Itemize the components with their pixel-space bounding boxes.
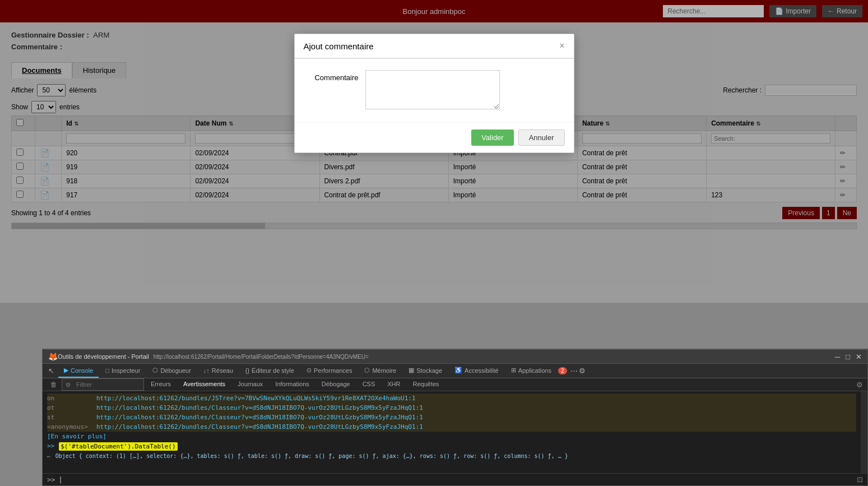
textarea-container: ⤡	[365, 70, 500, 111]
modal-dialog: Ajout commentaire × Commentaire ⤡ Valide…	[294, 34, 574, 153]
commentaire-form-group: Commentaire ⤡	[308, 70, 560, 111]
commentaire-label: Commentaire	[308, 70, 359, 82]
modal-header: Ajout commentaire ×	[295, 34, 574, 58]
modal-overlay: Ajout commentaire × Commentaire ⤡ Valide…	[0, 0, 868, 303]
modal-footer: Valider Annuler	[295, 122, 574, 152]
commentaire-textarea[interactable]	[365, 70, 500, 109]
annuler-button[interactable]: Annuler	[518, 129, 565, 146]
valider-button[interactable]: Valider	[471, 129, 514, 146]
modal-title: Ajout commentaire	[304, 41, 374, 51]
textarea-resize-handle: ⤡	[493, 104, 499, 110]
modal-body: Commentaire ⤡	[295, 59, 574, 122]
modal-close-button[interactable]: ×	[559, 41, 564, 51]
